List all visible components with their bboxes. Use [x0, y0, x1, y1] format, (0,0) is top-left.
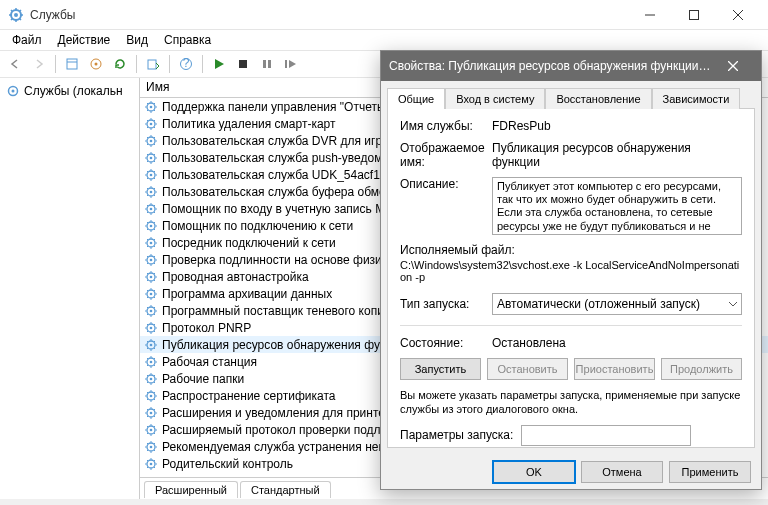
- label-description: Описание:: [400, 177, 492, 235]
- menu-action[interactable]: Действие: [50, 31, 119, 49]
- dialog-tab-recovery[interactable]: Восстановление: [545, 88, 651, 109]
- services-icon: [6, 84, 20, 98]
- forward-button[interactable]: [28, 53, 50, 75]
- label-start-params: Параметры запуска:: [400, 428, 513, 442]
- svg-rect-6: [148, 60, 156, 69]
- back-button[interactable]: [4, 53, 26, 75]
- dialog-resume-button: Продолжить: [661, 358, 742, 380]
- properties-dialog: Свойства: Публикация ресурсов обнаружени…: [380, 50, 762, 490]
- gear-icon: [144, 134, 158, 148]
- close-button[interactable]: [716, 0, 760, 30]
- dialog-footer: OK Отмена Применить: [381, 454, 761, 490]
- gear-icon: [144, 236, 158, 250]
- svg-point-26: [150, 190, 153, 193]
- dialog-tab-general[interactable]: Общие: [387, 88, 445, 109]
- svg-point-14: [12, 90, 15, 93]
- start-params-input[interactable]: [521, 425, 691, 446]
- dialog-start-button[interactable]: Запустить: [400, 358, 481, 380]
- svg-rect-10: [263, 60, 266, 68]
- service-name-text: Расширения и уведомления для принтеров: [162, 406, 405, 420]
- svg-point-34: [150, 258, 153, 261]
- sidebar-root-node[interactable]: Службы (локальн: [4, 82, 135, 100]
- value-service-name: FDResPub: [492, 119, 742, 133]
- service-name-text: Посредник подключений к сети: [162, 236, 336, 250]
- gear-icon: [144, 355, 158, 369]
- service-name-text: Протокол PNRP: [162, 321, 251, 335]
- menubar: Файл Действие Вид Справка: [0, 30, 768, 50]
- dialog-apply-button[interactable]: Применить: [669, 461, 751, 483]
- value-display-name: Публикация ресурсов обнаружения функции: [492, 141, 742, 169]
- dialog-cancel-button[interactable]: Отмена: [581, 461, 663, 483]
- gear-icon: [144, 423, 158, 437]
- menu-view[interactable]: Вид: [118, 31, 156, 49]
- label-exe: Исполняемый файл:: [400, 243, 742, 257]
- gear-icon: [144, 117, 158, 131]
- dialog-tab-logon[interactable]: Вход в систему: [445, 88, 545, 109]
- dialog-stop-button: Остановить: [487, 358, 568, 380]
- gear-icon: [144, 406, 158, 420]
- tb-properties-icon[interactable]: [85, 53, 107, 75]
- gear-icon: [144, 168, 158, 182]
- svg-point-48: [150, 377, 153, 380]
- dialog-close-button[interactable]: [713, 51, 753, 81]
- svg-point-18: [150, 122, 153, 125]
- svg-point-24: [150, 173, 153, 176]
- gear-icon: [144, 270, 158, 284]
- restart-service-button[interactable]: [280, 53, 302, 75]
- label-state: Состояние:: [400, 336, 492, 350]
- svg-point-30: [150, 224, 153, 227]
- svg-rect-9: [239, 60, 247, 68]
- dialog-tab-dependencies[interactable]: Зависимости: [652, 88, 741, 109]
- svg-point-54: [150, 428, 153, 431]
- dialog-titlebar[interactable]: Свойства: Публикация ресурсов обнаружени…: [381, 51, 761, 81]
- svg-point-36: [150, 275, 153, 278]
- svg-text:?: ?: [183, 57, 190, 70]
- service-name-text: Публикация ресурсов обнаружения функции: [162, 338, 412, 352]
- svg-rect-12: [285, 60, 287, 68]
- tb-icon-1[interactable]: [61, 53, 83, 75]
- minimize-button[interactable]: [628, 0, 672, 30]
- svg-point-46: [150, 360, 153, 363]
- statusbar: [0, 499, 768, 505]
- dialog-body: Имя службы: FDResPub Отображаемое имя: П…: [387, 108, 755, 448]
- service-name-text: Пользовательская служба UDK_54acf1a: [162, 168, 387, 182]
- dialog-pause-button: Приостановить: [574, 358, 655, 380]
- menu-file[interactable]: Файл: [4, 31, 50, 49]
- startup-type-dropdown[interactable]: Автоматически (отложенный запуск): [492, 293, 742, 315]
- svg-rect-2: [690, 10, 699, 19]
- svg-point-44: [150, 343, 153, 346]
- value-state: Остановлена: [492, 336, 742, 350]
- sidebar: Службы (локальн: [0, 78, 140, 499]
- dialog-ok-button[interactable]: OK: [493, 461, 575, 483]
- maximize-button[interactable]: [672, 0, 716, 30]
- gear-icon: [144, 151, 158, 165]
- tab-standard[interactable]: Стандартный: [240, 481, 331, 498]
- stop-service-button[interactable]: [232, 53, 254, 75]
- service-name-text: Программа архивации данных: [162, 287, 332, 301]
- svg-point-16: [150, 105, 153, 108]
- service-name-text: Рабочая станция: [162, 355, 257, 369]
- pause-service-button[interactable]: [256, 53, 278, 75]
- service-name-text: Распространение сертификата: [162, 389, 335, 403]
- menu-help[interactable]: Справка: [156, 31, 219, 49]
- gear-icon: [144, 100, 158, 114]
- svg-point-56: [150, 445, 153, 448]
- svg-point-22: [150, 156, 153, 159]
- label-display-name: Отображаемое имя:: [400, 141, 492, 169]
- service-name-text: Политика удаления смарт-карт: [162, 117, 336, 131]
- tab-extended[interactable]: Расширенный: [144, 481, 238, 498]
- service-name-text: Проводная автонастройка: [162, 270, 309, 284]
- tb-help-icon[interactable]: ?: [175, 53, 197, 75]
- gear-icon: [144, 389, 158, 403]
- tb-refresh-icon[interactable]: [109, 53, 131, 75]
- gear-icon: [144, 338, 158, 352]
- service-name-text: Рабочие папки: [162, 372, 244, 386]
- svg-rect-11: [268, 60, 271, 68]
- main-titlebar: Службы: [0, 0, 768, 30]
- tb-export-icon[interactable]: [142, 53, 164, 75]
- gear-icon: [144, 253, 158, 267]
- svg-point-5: [95, 63, 98, 66]
- label-service-name: Имя службы:: [400, 119, 492, 133]
- start-service-button[interactable]: [208, 53, 230, 75]
- description-textarea[interactable]: Публикует этот компьютер с его ресурсами…: [492, 177, 742, 235]
